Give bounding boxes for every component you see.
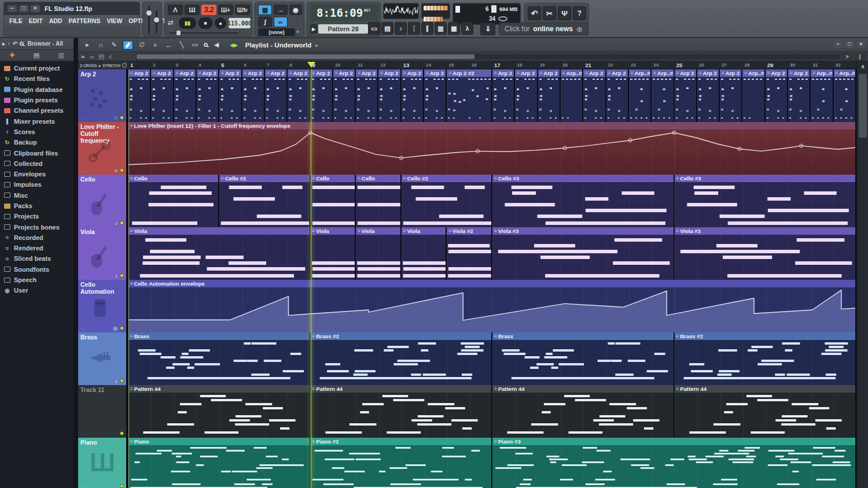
audio-tracks-toggle-icon[interactable]: ≈ <box>78 53 87 60</box>
master-pitch-fader[interactable] <box>156 10 157 34</box>
clip-piano-2[interactable]: ≡Piano #2 <box>311 438 492 488</box>
clip-arp-2[interactable]: ≡Arp 2 <box>583 69 605 122</box>
playback-tool-icon[interactable]: ◀ <box>212 41 221 49</box>
browser-tab-snaps-icon[interactable]: ✚ <box>9 51 14 59</box>
sidebar-item-envelopes[interactable]: Envelopes <box>0 169 73 179</box>
ruler-bar-number[interactable]: 25 <box>676 62 683 68</box>
stop-button[interactable]: ■ <box>198 17 212 29</box>
scroll-up-icon[interactable]: ∧ <box>857 62 868 71</box>
track-header-cello-automation[interactable]: Cello Automation⋯◎ <box>78 280 127 332</box>
clip-arp-2[interactable]: ≡Arp 2 <box>333 69 355 122</box>
ruler-bar-number[interactable]: 29 <box>767 62 774 68</box>
vertical-scrollbar[interactable]: ∧ <box>856 61 868 488</box>
playhead-marker[interactable] <box>307 62 315 68</box>
browser-tab-files-icon[interactable]: ▤ <box>34 51 39 59</box>
ruler-bar-number[interactable]: 17 <box>494 62 501 68</box>
mute-tool-icon[interactable]: × <box>150 42 160 49</box>
track-options-icon[interactable]: ⋯ <box>80 116 85 121</box>
clip-piano-3[interactable]: ≡Piano #3 <box>492 438 856 488</box>
touch-controller-button[interactable]: λ <box>461 22 473 35</box>
menu-patterns[interactable]: PATTERNS <box>68 17 100 24</box>
undo-icon[interactable]: ↶ <box>528 6 541 20</box>
clip-arp-2[interactable]: ≡Arp 2 <box>242 69 264 122</box>
clip-cello-2[interactable]: ≡Cello #2 <box>402 175 492 227</box>
ruler-bar-number[interactable]: 22 <box>608 62 613 68</box>
track-header-brass[interactable]: Brass⋯♪ <box>78 332 127 385</box>
ruler-bar-number[interactable]: 26 <box>699 62 704 68</box>
playlist-title-arrow-icon[interactable]: ▸ <box>315 42 318 48</box>
track-options-icon[interactable]: ⋯ <box>80 169 85 174</box>
playhead-line[interactable] <box>310 69 312 488</box>
ruler-bar-number[interactable]: 21 <box>585 62 591 68</box>
timeline-ruler[interactable]: Z-CROSS ● STRETCH ≡ 12345678910111213141… <box>78 61 868 69</box>
record-button[interactable]: ● <box>215 17 226 29</box>
browser-undo-icon[interactable]: ↶ <box>13 40 17 47</box>
track-header-cello[interactable]: Cello⋯♪ <box>78 175 127 227</box>
clip-arp-2[interactable]: ≡Arp..#2 <box>629 69 651 122</box>
clip-arp-2[interactable]: ≡Arp 2 <box>538 69 560 122</box>
news-banner[interactable]: Click for online news ⊕ <box>499 23 589 35</box>
ruler-bar-number[interactable]: 7 <box>267 62 269 68</box>
browser-search-icon[interactable] <box>20 42 24 46</box>
sidebar-item-projects-bones[interactable]: Projects bones <box>0 221 73 232</box>
clip-pattern-44[interactable]: ≡Pattern 44 <box>311 385 492 438</box>
track-options-icon[interactable]: ⋯ <box>80 221 85 227</box>
clip-piano[interactable]: ≡Piano <box>128 438 310 488</box>
track-header-arp-2[interactable]: Arp 2⋯∷ <box>78 69 127 122</box>
clip-arp-2[interactable]: ≡Arp 2 <box>766 69 788 122</box>
link-target-dropdown[interactable]: (none) <box>258 28 295 36</box>
sidebar-item-scores[interactable]: ♪Scores <box>0 127 73 137</box>
piano-roll-button[interactable]: ♪ <box>395 22 407 35</box>
mic-icon[interactable]: Ψ <box>558 6 571 20</box>
slice-tool-icon[interactable]: ╲ <box>177 41 186 49</box>
ruler-bar-number[interactable]: 28 <box>744 62 749 68</box>
browser-menu-arrow-icon[interactable]: ▸ <box>2 40 5 47</box>
stretch-tool-icon[interactable]: ↔ <box>164 42 173 49</box>
snap-magnet-icon[interactable]: ∩ <box>96 42 105 49</box>
clip-arp-2[interactable]: ≡Arp 2 <box>151 69 173 122</box>
clip-arp-2[interactable]: ≡Arp 2 <box>606 69 628 122</box>
sidebar-item-impulses[interactable]: Impulses <box>0 179 73 190</box>
clip-viola[interactable]: ≡Viola <box>402 227 447 280</box>
sidebar-item-collected[interactable]: Collected <box>0 158 73 169</box>
track-enable-led[interactable] <box>120 484 124 488</box>
ruler-bar-number[interactable]: 20 <box>562 62 568 68</box>
ruler-bar-number[interactable]: 10 <box>335 62 340 68</box>
clip-arp-2[interactable]: ≡Arp..#2 <box>811 69 833 122</box>
sidebar-item-speech[interactable]: Speech <box>0 275 73 285</box>
ruler-bar-number[interactable]: 16 <box>472 62 477 68</box>
playlist-maximize-button[interactable]: □ <box>845 41 854 48</box>
app-close-button[interactable]: × <box>31 5 40 12</box>
master-volume-fader[interactable] <box>148 6 150 34</box>
scroll-left-icon[interactable]: < <box>106 53 115 60</box>
step-edit-icon[interactable]: → <box>274 5 288 15</box>
track-options-icon[interactable]: ⋯ <box>80 432 85 437</box>
help-icon[interactable]: ? <box>573 6 586 20</box>
ruler-bar-number[interactable]: 18 <box>517 62 522 68</box>
clip-cello[interactable]: ≡Cello <box>356 175 401 227</box>
clip-arp-2[interactable]: ≡Arp 2 <box>311 69 333 122</box>
sidebar-item-recent-files[interactable]: ↻Recent files <box>0 73 73 84</box>
split-view-icon[interactable]: | <box>854 53 866 61</box>
song-loop-icon[interactable]: ⇄ <box>168 19 174 27</box>
clip-arp-2[interactable]: ≡Arp 2 <box>402 69 424 122</box>
loop-record-button[interactable]: Ш↻ <box>235 5 250 15</box>
ruler-bar-number[interactable]: 31 <box>812 62 818 68</box>
ruler-bar-number[interactable]: 24 <box>653 62 659 68</box>
sidebar-item-projects[interactable]: Projects <box>0 211 73 221</box>
paint-brush-icon[interactable] <box>123 40 133 50</box>
clip-arp-2[interactable]: ≡Arp 2 <box>515 69 537 122</box>
multilink-knob-icon[interactable]: ◉ <box>289 5 302 15</box>
track-header-viola[interactable]: Viola⋯♪ <box>78 227 127 280</box>
sidebar-item-soundfonts[interactable]: Soundfonts <box>0 264 73 275</box>
clip-cello[interactable]: ≡Cello <box>311 175 356 227</box>
clip-arp-2[interactable]: ≡Arp..#2 <box>652 69 674 122</box>
menu-edit[interactable]: EDIT <box>29 17 43 24</box>
zoom-tool-icon[interactable] <box>204 43 208 47</box>
clip-cello[interactable]: ≡Cello <box>128 175 219 227</box>
playlist-button[interactable]: ▭ <box>368 22 380 35</box>
sidebar-item-sliced-beats[interactable]: ≈Sliced beats <box>0 253 73 264</box>
metronome-button[interactable]: Λ <box>168 5 183 15</box>
clip-arp-2[interactable]: ≡Arp 2 <box>128 69 150 122</box>
browser-up-icon[interactable]: ↑ <box>8 40 10 47</box>
